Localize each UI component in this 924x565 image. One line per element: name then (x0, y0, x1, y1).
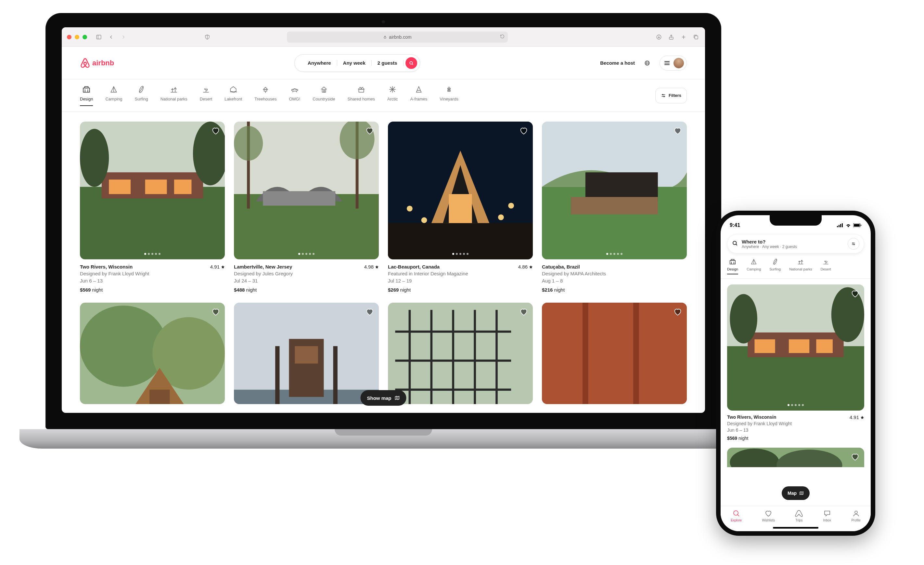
listing-image (542, 122, 687, 259)
language-button[interactable] (641, 57, 654, 69)
shield-icon[interactable] (203, 33, 211, 41)
svg-rect-82 (295, 346, 318, 364)
listing-image-wrap[interactable] (80, 303, 225, 404)
window-zoom-button[interactable] (82, 35, 87, 39)
phone-category-design[interactable]: Design (727, 258, 738, 274)
wishlist-heart-button[interactable] (673, 307, 682, 316)
phone-filter-button[interactable] (848, 238, 860, 249)
category-arctic[interactable]: Arctic (387, 85, 398, 106)
listing-image-wrap[interactable] (80, 122, 225, 259)
listing-image-wrap[interactable] (234, 122, 379, 259)
category-camping[interactable]: Camping (105, 85, 122, 106)
listing-image-wrap[interactable] (388, 122, 533, 259)
category-a-frames[interactable]: A-frames (410, 85, 428, 106)
reload-icon[interactable] (500, 34, 504, 40)
tab-wishlists[interactable]: Wishlists (762, 509, 774, 522)
svg-rect-78 (150, 389, 170, 404)
listings-scroll[interactable]: Two Rivers, Wisconsin4.91 Designed by Fr… (62, 112, 705, 413)
tab-profile[interactable]: Profile (851, 509, 860, 522)
svg-point-40 (449, 90, 450, 91)
phone-map-button[interactable]: Map (782, 486, 810, 500)
listing-card[interactable]: Lambertville, New Jersey4.98 Designed by… (234, 122, 379, 293)
phone-category-camping[interactable]: Camping (747, 258, 761, 274)
category-shared-homes[interactable]: Shared homes (348, 85, 375, 106)
tabs-overview-icon[interactable] (692, 33, 700, 41)
window-close-button[interactable] (67, 35, 72, 39)
sidebar-toggle-icon[interactable] (95, 33, 103, 41)
category-desert[interactable]: Desert (200, 85, 212, 106)
phone-category-surfing[interactable]: Surfing (770, 258, 781, 274)
wishlist-heart-button[interactable] (850, 289, 860, 298)
window-controls (67, 35, 87, 39)
nav-forward-icon[interactable] (120, 33, 128, 41)
wishlist-heart-button[interactable] (365, 126, 374, 135)
listing-card[interactable] (388, 303, 533, 404)
share-icon[interactable] (668, 33, 675, 41)
wishlist-heart-button[interactable] (365, 307, 374, 316)
category-icon (109, 85, 118, 94)
listing-card[interactable] (234, 303, 379, 404)
svg-rect-129 (816, 340, 833, 353)
category-icon (388, 85, 397, 94)
phone-category-row[interactable]: DesignCampingSurfingNational parksDesert (721, 258, 871, 279)
address-bar[interactable]: airbnb.com (287, 32, 508, 43)
phone-listings-scroll[interactable]: Two Rivers, Wisconsin 4.91 Designed by F… (721, 279, 871, 506)
category-national-parks[interactable]: National parks (160, 85, 188, 106)
become-host-link[interactable]: Become a host (600, 60, 635, 66)
window-minimize-button[interactable] (75, 35, 79, 39)
wishlist-heart-button[interactable] (519, 126, 528, 135)
search-button[interactable] (405, 57, 417, 69)
listing-card[interactable] (80, 303, 225, 404)
svg-point-140 (855, 511, 857, 514)
listing-sub: Designed by Jules Gregory (234, 270, 379, 277)
search-who[interactable]: 2 guests (372, 60, 404, 66)
listing-card[interactable]: Two Rivers, Wisconsin4.91 Designed by Fr… (80, 122, 225, 293)
phone-listing-card[interactable] (727, 284, 864, 410)
listing-card[interactable]: Catuçaba, BrazilDesigned by MAPA Archite… (542, 122, 687, 293)
phone-category-national-parks[interactable]: National parks (789, 258, 812, 274)
category-icon (414, 85, 423, 94)
category-countryside[interactable]: Countryside (312, 85, 335, 106)
brand-logo[interactable]: airbnb (80, 58, 114, 68)
category-treehouses[interactable]: Treehouses (254, 85, 276, 106)
wishlist-heart-button[interactable] (673, 126, 682, 135)
category-label: Arctic (387, 96, 398, 101)
wishlist-heart-button[interactable] (211, 126, 220, 135)
listing-card[interactable]: Lac-Beauport, Canada4.86 Featured in Int… (388, 122, 533, 293)
category-label: Camping (105, 96, 122, 101)
wishlist-heart-button[interactable] (211, 307, 220, 316)
svg-rect-128 (789, 340, 809, 353)
listing-image-wrap[interactable] (234, 303, 379, 404)
listing-image-wrap[interactable] (542, 122, 687, 259)
nav-back-icon[interactable] (107, 33, 115, 41)
wishlist-heart-button[interactable] (850, 452, 860, 461)
phone-listing-title: Two Rivers, Wisconsin (727, 414, 776, 421)
filters-button[interactable]: Filters (655, 88, 687, 104)
download-icon[interactable] (655, 33, 663, 41)
phone-search-bar[interactable]: Where to? Anywhere · Any week · 2 guests (727, 234, 864, 254)
phone-listing-card-peek[interactable] (727, 448, 864, 467)
svg-rect-73 (571, 197, 658, 215)
laptop-camera (382, 20, 385, 23)
tab-explore[interactable]: Explore (731, 509, 742, 522)
category-lakefront[interactable]: Lakefront (225, 85, 242, 106)
profile-menu-button[interactable] (660, 56, 687, 71)
home-indicator[interactable] (773, 527, 818, 529)
search-pill[interactable]: Anywhere Any week 2 guests (294, 54, 420, 72)
listing-image-wrap[interactable] (542, 303, 687, 404)
listing-card[interactable] (542, 303, 687, 404)
category-omg-[interactable]: OMG! (289, 85, 300, 106)
new-tab-icon[interactable] (680, 33, 687, 41)
wishlist-heart-button[interactable] (519, 307, 528, 316)
listing-image-wrap[interactable] (388, 303, 533, 404)
show-map-button[interactable]: Show map (360, 390, 406, 406)
category-surfing[interactable]: Surfing (135, 85, 148, 106)
category-vineyards[interactable]: Vineyards (440, 85, 458, 106)
search-where[interactable]: Anywhere (302, 60, 337, 66)
tab-trips[interactable]: Trips (795, 509, 803, 522)
tab-inbox[interactable]: Inbox (823, 509, 831, 522)
search-when[interactable]: Any week (337, 60, 372, 66)
category-label: Surfing (135, 96, 148, 101)
category-design[interactable]: Design (80, 85, 93, 106)
phone-category-desert[interactable]: Desert (820, 258, 831, 274)
